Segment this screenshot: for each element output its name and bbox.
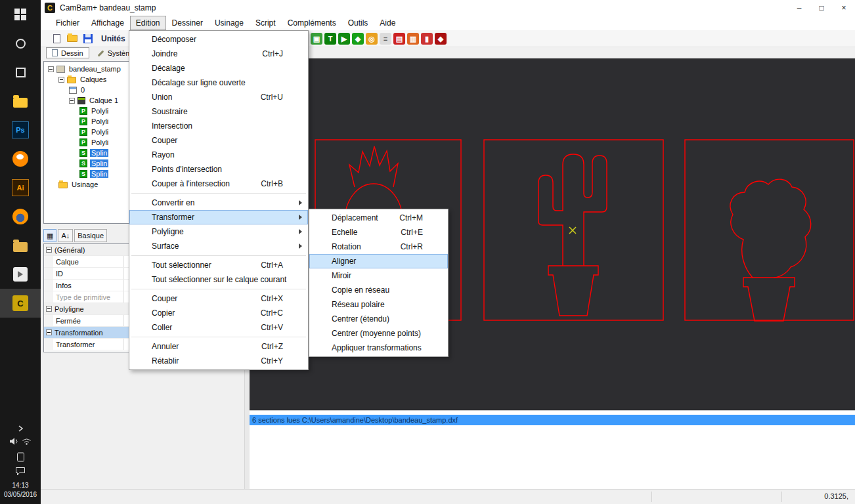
menu-affichage[interactable]: Affichage bbox=[85, 16, 130, 30]
menu-item-couper[interactable]: CouperCtrl+X bbox=[129, 291, 308, 306]
menu-item-coller[interactable]: CollerCtrl+V bbox=[129, 320, 308, 335]
menu-item-r-tablir[interactable]: RétablirCtrl+Y bbox=[129, 354, 308, 368]
menu-usinage[interactable]: Usinage bbox=[209, 16, 250, 30]
close-button[interactable]: × bbox=[833, 0, 855, 16]
menu-item-rotation[interactable]: RotationCtrl+R bbox=[309, 240, 448, 254]
menu-aide[interactable]: Aide bbox=[374, 16, 401, 30]
collapse-expander-icon[interactable] bbox=[46, 306, 52, 312]
menu-item-rayon[interactable]: Rayon bbox=[129, 148, 308, 162]
menu-item-label: Aligner bbox=[332, 257, 356, 266]
menu-item-label: Miroir bbox=[332, 271, 351, 280]
device-icon[interactable] bbox=[16, 452, 25, 462]
menu-item-d-placement[interactable]: DéplacementCtrl+M bbox=[309, 211, 448, 225]
file-explorer-icon[interactable] bbox=[0, 87, 41, 116]
blender-icon[interactable] bbox=[0, 144, 41, 173]
menu-item-polyligne[interactable]: Polyligne bbox=[129, 224, 308, 239]
toolbar-icon-1[interactable]: ▣ bbox=[311, 33, 322, 45]
cactus-outline[interactable] bbox=[538, 154, 607, 266]
photoshop-icon[interactable]: Ps bbox=[0, 116, 41, 144]
menu-item-points-d-intersection[interactable]: Points d'intersection bbox=[129, 162, 308, 177]
toolbar-icon-7[interactable]: ▤ bbox=[393, 33, 405, 45]
menu-item-tout-s-lectionner-sur-le-calque-courant[interactable]: Tout sélectionner sur le calque courant bbox=[129, 272, 308, 287]
view-mode-button[interactable]: Basique bbox=[74, 229, 107, 242]
menu-item-d-composer[interactable]: Décomposer bbox=[129, 32, 308, 47]
menu-item-tout-s-lectionner[interactable]: Tout sélectionnerCtrl+A bbox=[129, 258, 308, 272]
row-gutter bbox=[44, 280, 53, 291]
folder-2-icon[interactable] bbox=[0, 231, 41, 260]
network-icon[interactable] bbox=[22, 438, 32, 448]
menu-edition[interactable]: Edition bbox=[130, 16, 166, 30]
cambam-taskbar-icon[interactable]: C bbox=[0, 289, 41, 318]
toolbar-icon-4[interactable]: ◈ bbox=[352, 33, 364, 45]
menu-item-centrer-tendu[interactable]: Centrer (étendu) bbox=[309, 312, 448, 326]
toolbar-icon-8[interactable]: ▥ bbox=[407, 33, 419, 45]
menu-item-r-seau-polaire[interactable]: Réseau polaire bbox=[309, 297, 448, 312]
folder-icon bbox=[67, 77, 76, 83]
save-button[interactable] bbox=[80, 32, 96, 46]
menu-item-copie-en-r-seau[interactable]: Copie en réseau bbox=[309, 283, 448, 297]
maximize-button[interactable]: □ bbox=[810, 0, 833, 16]
menu-item-couper-l-intersection[interactable]: Couper à l'intersectionCtrl+B bbox=[129, 177, 308, 191]
open-file-button[interactable] bbox=[64, 32, 80, 46]
menu-item-surface[interactable]: Surface bbox=[129, 239, 308, 253]
collapse-expander-icon[interactable] bbox=[69, 98, 75, 104]
property-name: Transformer bbox=[53, 339, 124, 350]
illustrator-icon[interactable]: Ai bbox=[0, 173, 41, 202]
prickly-pear-pot-outline[interactable] bbox=[743, 278, 795, 321]
taskbar-clock[interactable]: 14:13 03/05/2016 bbox=[4, 481, 37, 499]
pineapple-crown-outline[interactable] bbox=[349, 146, 398, 187]
stock-rectangle-3[interactable] bbox=[685, 140, 854, 320]
menu-item-centrer-moyenne-points[interactable]: Centrer (moyenne points) bbox=[309, 326, 448, 341]
menu-item-copier[interactable]: CopierCtrl+C bbox=[129, 306, 308, 320]
minimize-button[interactable]: – bbox=[788, 0, 810, 16]
menu-item-soustraire[interactable]: Soustraire bbox=[129, 104, 308, 119]
task-view-icon[interactable] bbox=[0, 58, 41, 87]
menu-item-transformer[interactable]: Transformer bbox=[129, 210, 308, 224]
menu-outils[interactable]: Outils bbox=[342, 16, 374, 30]
menu-item-d-calage[interactable]: Décalage bbox=[129, 61, 308, 75]
menu-item-convertir-en[interactable]: Convertir en bbox=[129, 196, 308, 210]
firefox-icon[interactable] bbox=[0, 202, 41, 231]
menu-item-appliquer-transformations[interactable]: Appliquer transformations bbox=[309, 341, 448, 355]
menu-dessiner[interactable]: Dessiner bbox=[166, 16, 209, 30]
collapse-expander-icon[interactable] bbox=[46, 247, 52, 253]
log-message[interactable]: 6 sections lues C:\Users\amandine\Deskto… bbox=[250, 415, 855, 425]
menu-compl-ments[interactable]: Compléments bbox=[282, 16, 342, 30]
menu-item-aligner[interactable]: Aligner bbox=[309, 254, 448, 268]
collapse-expander-icon[interactable] bbox=[48, 66, 54, 72]
toolbar-icon-3[interactable]: ▶ bbox=[338, 33, 350, 45]
toolbar-icon-6[interactable]: ≡ bbox=[380, 33, 391, 45]
toolbar-icon-9[interactable]: ▮ bbox=[421, 33, 433, 45]
toolbar-icon-2[interactable]: T bbox=[324, 33, 336, 45]
collapse-expander-icon[interactable] bbox=[46, 329, 52, 335]
menu-fichier[interactable]: Fichier bbox=[50, 16, 85, 30]
menu-item-d-calage-sur-ligne-ouverte[interactable]: Décalage sur ligne ouverte bbox=[129, 75, 308, 90]
cactus-pot-outline[interactable] bbox=[548, 266, 598, 316]
toolbar-icon-10[interactable]: ◆ bbox=[435, 33, 447, 45]
menu-script[interactable]: Script bbox=[250, 16, 282, 30]
new-file-button[interactable] bbox=[49, 32, 64, 46]
menu-item-union[interactable]: UnionCtrl+U bbox=[129, 90, 308, 104]
menu-item-label: Copier bbox=[152, 308, 175, 318]
volume-icon[interactable] bbox=[9, 437, 19, 448]
menu-item-annuler[interactable]: AnnulerCtrl+Z bbox=[129, 339, 308, 354]
categorized-view-button[interactable]: ▦ bbox=[43, 229, 56, 242]
menu-item-couper[interactable]: Couper bbox=[129, 133, 308, 148]
chat-icon[interactable] bbox=[15, 467, 26, 476]
start-icon[interactable] bbox=[0, 0, 41, 29]
toolbar-icon-5[interactable]: ◎ bbox=[366, 33, 378, 45]
menu-item-intersection[interactable]: Intersection bbox=[129, 119, 308, 133]
alphabetical-view-button[interactable]: A↓ bbox=[58, 229, 73, 242]
menu-item-label: Union bbox=[152, 93, 172, 102]
cortana-icon[interactable] bbox=[0, 29, 41, 58]
menu-item-echelle[interactable]: EchelleCtrl+E bbox=[309, 225, 448, 240]
tab-dessin[interactable]: Dessin bbox=[46, 47, 89, 58]
menu-item-joindre[interactable]: JoindreCtrl+J bbox=[129, 47, 308, 61]
transformer-submenu: DéplacementCtrl+MEchelleCtrl+ERotationCt… bbox=[309, 209, 449, 357]
media-app-icon[interactable] bbox=[0, 260, 41, 289]
collapse-expander-icon[interactable] bbox=[58, 77, 64, 83]
unites-label[interactable]: Unités bbox=[101, 34, 125, 43]
expand-tray-icon[interactable] bbox=[17, 425, 24, 432]
menu-item-miroir[interactable]: Miroir bbox=[309, 268, 448, 283]
prickly-pear-outline[interactable] bbox=[730, 179, 811, 278]
